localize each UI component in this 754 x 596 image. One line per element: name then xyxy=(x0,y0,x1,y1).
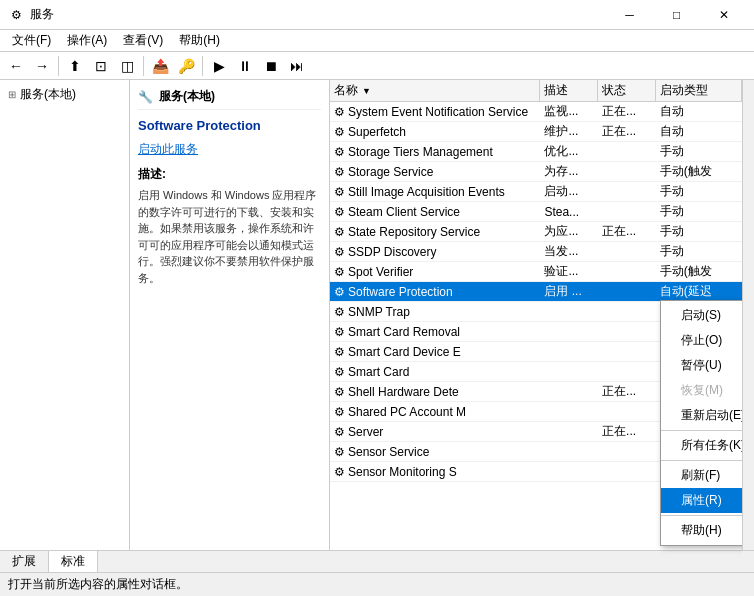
service-list: 名称 ▼ 描述 状态 启动类型 ⚙System Event Notificati… xyxy=(330,80,742,572)
cell-name: ⚙Sensor Service xyxy=(330,444,540,460)
context-menu-item-label: 重新启动(E) xyxy=(681,407,742,424)
scrollbar[interactable] xyxy=(742,80,754,572)
cell-desc: 监视... xyxy=(540,102,598,121)
cell-desc: 启动... xyxy=(540,182,598,201)
cell-desc: 优化... xyxy=(540,142,598,161)
context-menu-item-label: 帮助(H) xyxy=(681,522,722,539)
table-row[interactable]: ⚙Software Protection启用 ...自动(延迟 xyxy=(330,282,742,302)
status-text: 打开当前所选内容的属性对话框。 xyxy=(8,576,188,593)
detail-start-link[interactable]: 启动此服务 xyxy=(138,141,321,158)
toolbar-forward[interactable]: → xyxy=(30,55,54,77)
cell-name: ⚙SSDP Discovery xyxy=(330,244,540,260)
sidebar-item-services-local[interactable]: ⊞ 服务(本地) xyxy=(4,84,125,105)
toolbar-restart[interactable]: ⏭ xyxy=(285,55,309,77)
context-menu-item[interactable]: 重新启动(E) xyxy=(661,403,742,428)
cell-status: 正在... xyxy=(598,382,656,401)
cell-startup: 手动 xyxy=(656,242,742,261)
table-row[interactable]: ⚙State Repository Service为应...正在...手动 xyxy=(330,222,742,242)
toolbar-sep-1 xyxy=(58,56,59,76)
menu-view[interactable]: 查看(V) xyxy=(115,30,171,51)
toolbar-pause[interactable]: ⏸ xyxy=(233,55,257,77)
table-row[interactable]: ⚙SSDP Discovery当发...手动 xyxy=(330,242,742,262)
service-icon: ⚙ xyxy=(334,445,345,459)
col-header-status[interactable]: 状态 xyxy=(598,80,656,102)
context-menu: 启动(S)停止(O)暂停(U)恢复(M)重新启动(E)所有任务(K)▶刷新(F)… xyxy=(660,300,742,546)
toolbar-start[interactable]: ▶ xyxy=(207,55,231,77)
service-icon: ⚙ xyxy=(334,125,345,139)
table-row[interactable]: ⚙Storage Tiers Management优化...手动 xyxy=(330,142,742,162)
table-row[interactable]: ⚙Storage Service为存...手动(触发 xyxy=(330,162,742,182)
cell-startup: 手动 xyxy=(656,142,742,161)
col-header-startup[interactable]: 启动类型 xyxy=(656,80,742,102)
service-icon: ⚙ xyxy=(334,365,345,379)
toolbar-show-hide[interactable]: ⊡ xyxy=(89,55,113,77)
cell-status xyxy=(598,411,656,413)
menu-bar: 文件(F) 操作(A) 查看(V) 帮助(H) xyxy=(0,30,754,52)
toolbar-sep-3 xyxy=(202,56,203,76)
context-menu-item-label: 所有任务(K) xyxy=(681,437,742,454)
context-menu-item[interactable]: 所有任务(K)▶ xyxy=(661,433,742,458)
toolbar-back[interactable]: ← xyxy=(4,55,28,77)
cell-status xyxy=(598,331,656,333)
cell-desc xyxy=(540,391,598,393)
detail-panel: 🔧 服务(本地) Software Protection 启动此服务 描述: 启… xyxy=(130,80,330,572)
context-menu-item[interactable]: 帮助(H) xyxy=(661,518,742,543)
menu-help[interactable]: 帮助(H) xyxy=(171,30,228,51)
toolbar-up[interactable]: ⬆ xyxy=(63,55,87,77)
cell-status xyxy=(598,151,656,153)
service-name: Storage Tiers Management xyxy=(348,145,493,159)
cell-desc: Stea... xyxy=(540,204,598,220)
service-icon: ⚙ xyxy=(334,425,345,439)
maximize-button[interactable]: □ xyxy=(654,0,699,30)
cell-status xyxy=(598,291,656,293)
cell-status xyxy=(598,451,656,453)
toolbar-export[interactable]: 📤 xyxy=(148,55,172,77)
cell-status xyxy=(598,171,656,173)
tab-standard[interactable]: 标准 xyxy=(49,551,98,572)
toolbar-properties[interactable]: 🔑 xyxy=(174,55,198,77)
context-menu-item[interactable]: 刷新(F) xyxy=(661,463,742,488)
service-name: Software Protection xyxy=(348,285,453,299)
menu-action[interactable]: 操作(A) xyxy=(59,30,115,51)
service-name: Shared PC Account M xyxy=(348,405,466,419)
context-menu-item[interactable]: 启动(S) xyxy=(661,303,742,328)
service-icon: ⚙ xyxy=(334,405,345,419)
service-name: Superfetch xyxy=(348,125,406,139)
service-icon: ⚙ xyxy=(334,385,345,399)
service-name: SSDP Discovery xyxy=(348,245,436,259)
toolbar-stop[interactable]: ⏹ xyxy=(259,55,283,77)
table-row[interactable]: ⚙Superfetch维护...正在...自动 xyxy=(330,122,742,142)
close-button[interactable]: ✕ xyxy=(701,0,746,30)
col-header-name[interactable]: 名称 ▼ xyxy=(330,80,540,102)
minimize-button[interactable]: ─ xyxy=(607,0,652,30)
tree-expand-icon: ⊞ xyxy=(8,89,16,100)
context-menu-item[interactable]: 停止(O) xyxy=(661,328,742,353)
table-row[interactable]: ⚙System Event Notification Service监视...正… xyxy=(330,102,742,122)
bottom-tabs-bar: 扩展 标准 xyxy=(0,550,754,572)
context-menu-item[interactable]: 属性(R) xyxy=(661,488,742,513)
detail-service-title: Software Protection xyxy=(138,118,321,133)
table-row[interactable]: ⚙Spot Verifier验证...手动(触发 xyxy=(330,262,742,282)
context-menu-item-label: 暂停(U) xyxy=(681,357,722,374)
detail-desc-label: 描述: xyxy=(138,166,321,183)
cell-name: ⚙Sensor Monitoring S xyxy=(330,464,540,480)
service-icon: ⚙ xyxy=(334,305,345,319)
cell-startup: 自动 xyxy=(656,122,742,141)
cell-name: ⚙Smart Card Device E xyxy=(330,344,540,360)
col-header-desc[interactable]: 描述 xyxy=(540,80,598,102)
service-name: Smart Card Removal xyxy=(348,325,460,339)
menu-file[interactable]: 文件(F) xyxy=(4,30,59,51)
col-name-label: 名称 xyxy=(334,82,358,99)
context-menu-item[interactable]: 暂停(U) xyxy=(661,353,742,378)
service-name: System Event Notification Service xyxy=(348,105,528,119)
table-row[interactable]: ⚙Still Image Acquisition Events启动...手动 xyxy=(330,182,742,202)
cell-status xyxy=(598,311,656,313)
tab-expand[interactable]: 扩展 xyxy=(0,551,49,572)
cell-desc xyxy=(540,411,598,413)
cell-name: ⚙Software Protection xyxy=(330,284,540,300)
cell-status xyxy=(598,271,656,273)
context-menu-item-label: 停止(O) xyxy=(681,332,722,349)
cell-name: ⚙Storage Service xyxy=(330,164,540,180)
toolbar-map[interactable]: ◫ xyxy=(115,55,139,77)
table-row[interactable]: ⚙Steam Client ServiceStea...手动 xyxy=(330,202,742,222)
